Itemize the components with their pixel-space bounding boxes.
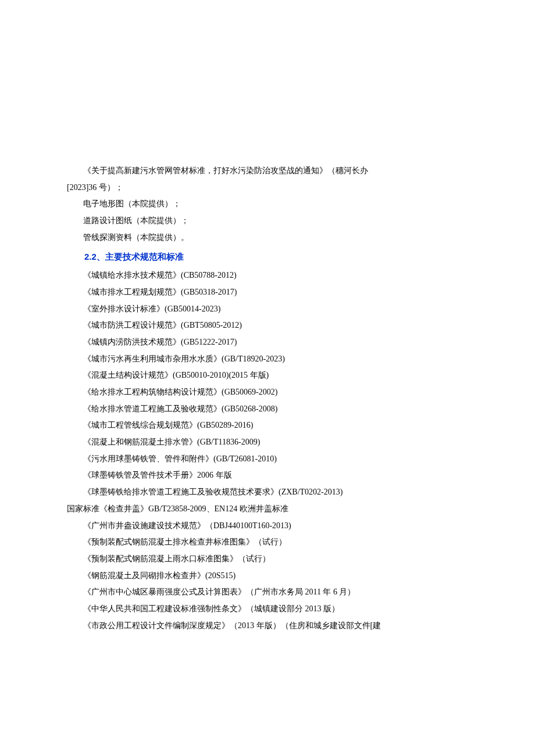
standard-item: 《混凝土结构设计规范》(GB50010-2010)(2015 年版) — [67, 367, 468, 384]
standard-item: 《钢筋混凝土及同砌排水检查井》(20S515) — [67, 568, 468, 585]
standard-item: 《中华人民共和国工程建设标准强制性条文》（城镇建设部分 2013 版） — [67, 601, 468, 618]
national-standard-item: 国家标准《检查井盖》GB/T23858-2009、EN124 欧洲井盖标准 — [67, 501, 468, 518]
standard-item: 《市政公用工程设计文件编制深度规定》（2013 年版）（住房和城乡建设部文件[建 — [67, 618, 468, 635]
standard-item: 《给水排水工程构筑物结构设计规范》(GB50069-2002) — [67, 384, 468, 401]
document-page: 《关于提高新建污水管网管材标准，打好水污染防治攻坚战的通知》（穗河长办 [202… — [67, 163, 468, 634]
standard-item: 《城市排水工程规划规范》(GB50318-2017) — [67, 284, 468, 301]
standard-item: 《预制装配式钢筋混凝上雨水口标准图集》（试行） — [67, 551, 468, 568]
section-heading-2-2: 2.2、主要技术规范和标准 — [67, 248, 468, 266]
standard-item: 《城镇给水排水技术规范》(CB50788-2012) — [67, 267, 468, 284]
standard-item: 《广州市井盎设施建设技术规范》（DBJ440100T160-2013) — [67, 518, 468, 535]
standard-item: 《混凝上和钢筋混凝土排水管》(GB/T11836-2009) — [67, 434, 468, 451]
standard-item: 《城镇内涝防洪技术规范》(GB51222-2017) — [67, 334, 468, 351]
standard-item: 《室外排水设计标准》(GB50014-2023) — [67, 301, 468, 318]
standard-item: 《球墨铸铁给排水管道工程施工及验收规范技术要求》(ZXB/T0202-2013) — [67, 484, 468, 501]
intro-line-4: 道路设计图纸（本院提供）； — [67, 213, 468, 230]
intro-line-5: 管线探测资料（本院提供）。 — [67, 230, 468, 246]
standard-item: 《城市防洪工程设计规范》(GBT50805-2012) — [67, 317, 468, 334]
standard-item: 《城市污水再生利用城市杂用水水质》(GB/T18920-2023) — [67, 351, 468, 368]
standard-item: 《给水排水管道工程施工及验收规范》(GB50268-2008) — [67, 401, 468, 418]
standard-item: 《球墨铸铁管及管件技术手册》2006 年版 — [67, 467, 468, 484]
intro-line-3: 电子地形图（本院提供）； — [67, 196, 468, 213]
standard-item: 《预制装配式钢筋混凝土排水检查井标准图集》（试行） — [67, 534, 468, 551]
intro-line-1: 《关于提高新建污水管网管材标准，打好水污染防治攻坚战的通知》（穗河长办 — [67, 163, 468, 180]
standard-item: 《污水用球墨铸铁管、管件和附件》(GB/T26081-2010) — [67, 451, 468, 468]
standard-item: 《广州市中心城区暴雨强度公式及计算图表》（广州市水务局 2011 年 6 月） — [67, 584, 468, 601]
standard-item: 《城市工程管线综合规划规范》(GB50289-2016) — [67, 417, 468, 434]
intro-line-2: [2023]36 号）； — [67, 180, 468, 196]
